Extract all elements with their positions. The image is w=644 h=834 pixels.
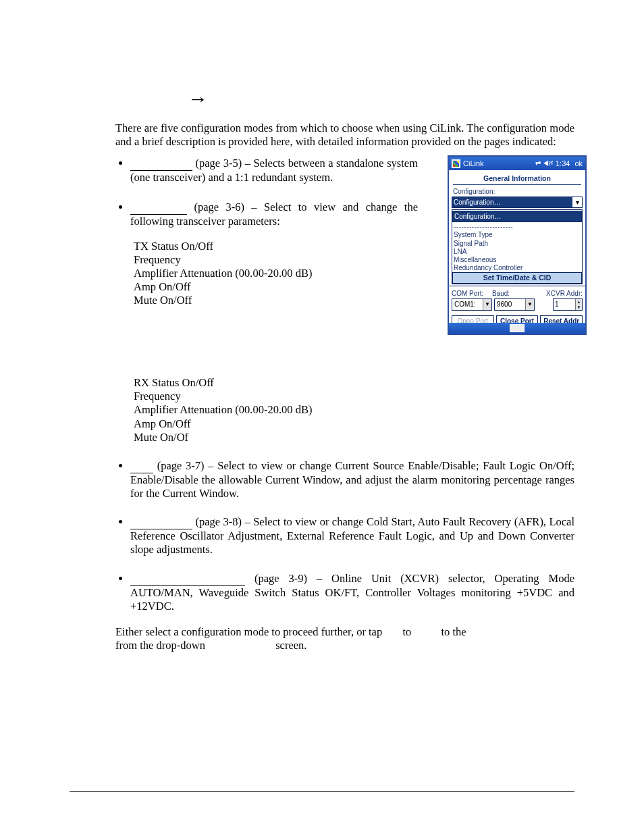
- rx-sublist: RX Status On/Off Frequency Amplifier Att…: [134, 376, 574, 444]
- pda-item-lna[interactable]: LNA: [452, 248, 582, 256]
- outro-3: to the: [441, 625, 466, 638]
- outro-5: screen.: [275, 639, 306, 652]
- bullet-3-text: (page 3-7) – Select to view or change Cu…: [130, 459, 574, 500]
- blank-line: [130, 572, 245, 586]
- spinner-up-icon[interactable]: ▲: [575, 299, 582, 305]
- start-icon[interactable]: [452, 159, 460, 168]
- pda-config-select[interactable]: Configuration… ▾: [452, 197, 583, 208]
- lbl-com: COM Port:: [452, 290, 492, 298]
- connectivity-icon[interactable]: ⇄: [535, 159, 541, 167]
- pda-com-value: COM1:: [452, 299, 483, 310]
- bullet-4: (page 3-8) – Select to view or change Co…: [130, 515, 574, 556]
- outro-paragraph: Either select a configuration mode to pr…: [115, 625, 574, 652]
- pda-ok[interactable]: ok: [574, 159, 583, 168]
- lbl-addr: XCVR Addr:: [533, 290, 583, 298]
- bullet-3: (page 3-7) – Select to view or change Cu…: [130, 459, 574, 500]
- pda-separator: -----------------------: [452, 223, 582, 231]
- intro-paragraph: There are five configuration modes from …: [115, 122, 574, 149]
- document-page: → There are five configuration modes fro…: [0, 0, 644, 834]
- pda-item-misc[interactable]: Miscellaneous: [452, 256, 582, 264]
- bullet-list: (page 3-5) – Selects between a standalon…: [115, 157, 574, 613]
- outro-1: Either select a configuration mode to pr…: [115, 625, 382, 638]
- bullet-4-body: (page 3-8) – Select to view or change Co…: [130, 515, 574, 556]
- chevron-down-icon[interactable]: ▼: [525, 299, 534, 310]
- lbl-baud: Baud:: [492, 290, 533, 298]
- pda-addr-spinner[interactable]: 1 ▲▼: [553, 298, 583, 311]
- rx-line-4: Amp On/Off: [134, 417, 574, 431]
- bullet-1: (page 3-5) – Selects between a standalon…: [130, 157, 574, 366]
- outro-4: from the drop-down: [115, 639, 205, 652]
- pda-titlebar: CiLink ⇄ ◀ሾ 1:34 ok: [449, 157, 585, 170]
- outro-2: to: [402, 625, 411, 638]
- footer-rule: [70, 791, 574, 792]
- pda-baud-value: 9600: [495, 299, 525, 310]
- blank-line: [130, 157, 192, 171]
- pda-item-redundancy[interactable]: Redundancy Controller: [452, 264, 582, 272]
- rx-line-2: Frequency: [134, 390, 574, 403]
- chevron-down-icon[interactable]: ▼: [483, 299, 491, 310]
- pda-dropdown-selected-text: Configuration…: [454, 211, 501, 221]
- pda-baud-select[interactable]: 9600 ▼: [494, 298, 535, 311]
- pda-section-header: General Information: [453, 172, 581, 185]
- pda-time: 1:34: [556, 159, 570, 168]
- rx-line-5: Mute On/Of: [134, 431, 574, 444]
- pda-port-labels: COM Port: Baud: XCVR Addr:: [449, 288, 585, 298]
- blank-line: [130, 459, 153, 473]
- pda-dropdown-open: Configuration… ----------------------- S…: [452, 209, 583, 284]
- bullet-1-body: (page 3-5) – Selects between a standalon…: [130, 157, 418, 184]
- pda-com-select[interactable]: COM1: ▼: [452, 298, 492, 311]
- arrow-glyph: →: [188, 86, 208, 111]
- pda-screenshot: CiLink ⇄ ◀ሾ 1:34 ok General Information …: [448, 155, 587, 335]
- pda-bottom-bar: [449, 323, 585, 334]
- bullet-5-body: (page 3-9) – Online Unit (XCVR) selector…: [130, 572, 574, 613]
- pda-item-signal-path[interactable]: Signal Path: [452, 240, 582, 248]
- rx-line-1: RX Status On/Off: [134, 376, 574, 390]
- bullet-3-body: (page 3-7) – Select to view or change Cu…: [130, 459, 574, 500]
- pda-item-system-type[interactable]: System Type: [452, 231, 582, 239]
- rx-line-3: Amplifier Attenuation (00.00-20.00 dB): [134, 403, 574, 417]
- pda-item-settime[interactable]: Set Time/Date & CID: [452, 272, 582, 284]
- blank-line: [130, 515, 192, 529]
- bullet-4-text: (page 3-8) – Select to view or change Co…: [130, 515, 574, 556]
- pda-app-name: CiLink: [463, 159, 484, 168]
- pda-dropdown-selected[interactable]: Configuration…: [452, 211, 582, 222]
- pda-addr-value: 1: [554, 299, 575, 310]
- keyboard-icon[interactable]: [510, 324, 525, 332]
- bullet-5: (page 3-9) – Online Unit (XCVR) selector…: [130, 572, 574, 613]
- spinner-down-icon[interactable]: ▼: [575, 305, 582, 310]
- chevron-down-icon[interactable]: ▾: [572, 197, 582, 207]
- volume-icon[interactable]: ◀ሾ: [543, 159, 553, 167]
- pda-config-label: Configuration:: [452, 188, 583, 196]
- pda-config-select-value: Configuration…: [454, 197, 500, 207]
